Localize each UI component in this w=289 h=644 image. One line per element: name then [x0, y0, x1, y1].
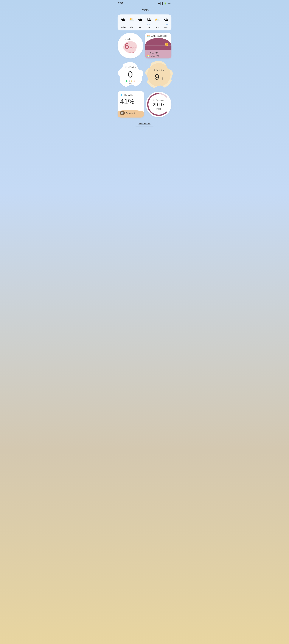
- wind-content: ≋ Wind 6 mph From W: [124, 38, 136, 54]
- weather-link[interactable]: weather.com: [138, 122, 150, 124]
- wind-speed-unit: mph: [130, 46, 136, 50]
- wind-widget: ≋ Wind 6 mph From W: [118, 33, 143, 58]
- forecast-icon-fri: 🌥: [137, 16, 144, 23]
- pressure-value: 29.97: [153, 102, 165, 107]
- battery-icon: 🔋: [164, 2, 166, 4]
- wifi-icon: ▾▾: [158, 2, 160, 4]
- forecast-label-sat: Sat: [147, 26, 150, 29]
- humidity-drop-icon: 💧: [120, 94, 123, 96]
- sun-rise-icon: ☀: [147, 52, 149, 54]
- wind-sunrise-row: ≋ Wind 6 mph From W 🌅 Sunrise & sunset ☀…: [118, 33, 171, 58]
- wind-label: ≋ Wind: [124, 38, 136, 41]
- forecast-label-today: Today: [120, 26, 126, 29]
- uv-sublabel: Low: [129, 82, 132, 84]
- forecast-icon-mon: 🌤: [163, 16, 169, 23]
- dew-point-badge: 10°: [120, 110, 125, 116]
- home-indicator: [135, 126, 154, 127]
- visibility-unit: mi: [160, 77, 163, 80]
- pressure-icon: ⇕: [153, 99, 155, 101]
- uv-scallop: ☀ UV index 0 Low: [118, 62, 143, 88]
- visibility-eye-icon: 👁: [154, 69, 156, 72]
- forecast-label-thu: Thu: [130, 26, 133, 29]
- humidity-label: 💧 Humidity: [120, 94, 142, 96]
- sun-set-icon: 🌅: [147, 54, 150, 57]
- header: ← Paris: [115, 7, 174, 14]
- wind-direction: From W: [124, 51, 136, 54]
- dew-point-label: Dew point: [126, 112, 135, 114]
- sunrise-header: 🌅 Sunrise & sunset: [145, 33, 171, 38]
- signal-icon: ▌▌: [161, 2, 163, 4]
- city-title: Paris: [140, 8, 149, 12]
- dew-point: 10° Dew point: [120, 110, 135, 116]
- uv-label: ☀ UV index: [125, 66, 136, 68]
- forecast-icon-thu: ⛅: [128, 16, 135, 23]
- humidity-pressure-row: 💧 Humidity 41% 10° Dew point ⇕ Pressure: [118, 91, 171, 118]
- forecast-day-today[interactable]: 🌥 Today: [119, 16, 127, 29]
- forecast-icon-sun: ⛅: [154, 16, 161, 23]
- status-bar: 7:50 ▾▾ ▌▌ 🔋 62%: [115, 0, 174, 7]
- uv-dot-yellow: [131, 80, 132, 82]
- visibility-outer-ring: 👁 Visibility 9 mi: [145, 61, 173, 89]
- visibility-value-display: 9 mi: [155, 73, 163, 81]
- sunrise-widget: 🌅 Sunrise & sunset ☀ 6:33 AM 🌅 9:19 PM: [145, 33, 171, 58]
- forecast-day-sun[interactable]: ⛅ Sun: [154, 16, 161, 29]
- forecast-card: 🌥 Today ⛅ Thu 🌥 Fri 🌤 10% Sat ⛅ Sun 🌤 10…: [118, 14, 171, 30]
- forecast-day-thu[interactable]: ⛅ Thu: [128, 16, 136, 29]
- pressure-circle: ⇕ Pressure 29.97 inHg: [146, 92, 171, 117]
- uv-dot-lavender: [129, 80, 130, 82]
- visibility-value: 9: [155, 72, 159, 81]
- sunrise-time: 6:33 AM: [150, 52, 158, 54]
- forecast-precip-sat: 10%: [147, 24, 150, 26]
- sunset-time: 9:19 PM: [151, 54, 159, 57]
- visibility-label: 👁 Visibility: [154, 69, 164, 72]
- wind-icon: ≋: [124, 38, 126, 41]
- forecast-label-fri: Fri: [139, 26, 141, 29]
- status-icons: ▾▾ ▌▌ 🔋 62%: [158, 2, 171, 4]
- humidity-widget: 💧 Humidity 41% 10° Dew point: [118, 91, 144, 118]
- uv-value: 0: [128, 70, 133, 79]
- forecast-day-mon[interactable]: 🌤 10% Mon: [162, 16, 170, 29]
- forecast-day-fri[interactable]: 🌥 Fri: [136, 16, 144, 29]
- sunrise-label: Sunrise & sunset: [151, 35, 166, 37]
- sunrise-info: ☀ 6:33 AM 🌅 9:19 PM: [145, 50, 171, 58]
- wind-speed-display: 6 mph: [124, 42, 136, 50]
- pressure-widget: ⇕ Pressure 29.97 inHg: [146, 92, 171, 117]
- uv-dot-peach: [134, 80, 135, 82]
- wind-speed-value: 6: [124, 41, 129, 51]
- pressure-label: ⇕ Pressure: [153, 99, 165, 101]
- status-time: 7:50: [118, 2, 123, 5]
- footer: weather.com: [115, 120, 174, 130]
- sunrise-arc: [145, 38, 171, 50]
- uv-sun-icon: ☀: [125, 66, 127, 68]
- uv-widget: ☀ UV index 0 Low: [118, 62, 143, 88]
- sun-position-dot: [165, 43, 168, 46]
- forecast-icon-today: 🌥: [120, 16, 126, 23]
- forecast-precip-mon: 10%: [164, 24, 168, 26]
- sunrise-time-row: ☀ 6:33 AM: [147, 52, 169, 54]
- uv-dot-green: [126, 80, 127, 82]
- sunset-time-row: 🌅 9:19 PM: [147, 54, 169, 57]
- back-button[interactable]: ←: [118, 8, 121, 12]
- forecast-label-mon: Mon: [164, 26, 168, 29]
- sunrise-icon: 🌅: [147, 35, 150, 37]
- battery-percent: 62%: [167, 2, 171, 4]
- pressure-unit: inHg: [153, 108, 165, 110]
- uv-dots: [126, 80, 135, 82]
- uv-visibility-row: ☀ UV index 0 Low 👁 Visibility 9: [118, 61, 171, 89]
- forecast-icon-sat: 🌤: [146, 16, 152, 23]
- forecast-label-sun: Sun: [155, 26, 159, 29]
- pressure-content: ⇕ Pressure 29.97 inHg: [153, 99, 165, 110]
- forecast-day-sat[interactable]: 🌤 10% Sat: [145, 16, 153, 29]
- visibility-widget: 👁 Visibility 9 mi: [145, 61, 173, 89]
- visibility-inner: 👁 Visibility 9 mi: [147, 63, 171, 86]
- humidity-value: 41%: [120, 98, 142, 105]
